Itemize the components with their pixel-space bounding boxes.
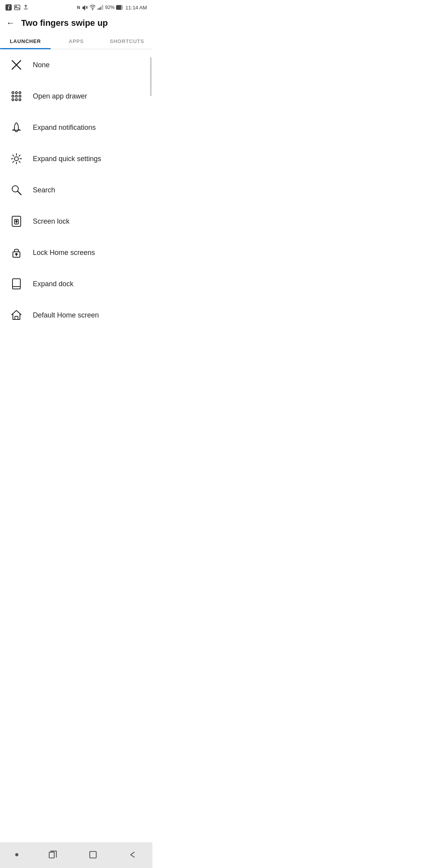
image-icon (14, 4, 20, 11)
x-icon (9, 58, 23, 72)
svg-point-20 (19, 95, 21, 97)
list-item-lock-home-screens[interactable]: Lock Home screens (0, 237, 152, 268)
svg-point-16 (16, 92, 18, 94)
list-item-screen-lock[interactable]: Screen lock (0, 206, 152, 237)
label-expand-notifications: Expand notifications (33, 124, 96, 132)
list-item-open-app-drawer[interactable]: Open app drawer (0, 81, 152, 112)
svg-point-17 (19, 92, 21, 94)
list-item-expand-dock[interactable]: Expand dock (0, 268, 152, 299)
svg-rect-9 (101, 6, 102, 10)
svg-line-26 (18, 191, 21, 195)
svg-rect-7 (99, 8, 100, 10)
wifi-icon (89, 4, 96, 11)
battery-icon (116, 5, 123, 10)
gear-icon (9, 152, 23, 166)
search-icon (9, 183, 23, 197)
nfc-icon: N (77, 5, 80, 10)
svg-rect-10 (102, 5, 103, 10)
svg-point-19 (16, 95, 18, 97)
svg-rect-8 (100, 7, 101, 10)
svg-point-15 (12, 92, 14, 94)
svg-point-21 (12, 99, 14, 101)
list-item-search[interactable]: Search (0, 174, 152, 206)
label-default-home-screen: Default Home screen (33, 311, 99, 319)
list-item-default-home-screen[interactable]: Default Home screen (0, 299, 152, 331)
svg-rect-6 (98, 9, 98, 10)
svg-point-5 (92, 9, 93, 10)
home-icon (9, 308, 23, 322)
status-bar: N 92% 11:14 AM (0, 0, 152, 14)
status-bar-right: N 92% 11:14 AM (77, 4, 147, 11)
svg-rect-34 (13, 279, 20, 289)
tab-launcher[interactable]: LAUNCHER (0, 33, 51, 49)
page-title: Two fingers swipe up (21, 18, 108, 28)
tab-bar: LAUNCHER APPS SHORTCUTS (0, 33, 152, 49)
clock: 11:14 AM (125, 5, 147, 11)
dock-icon (9, 277, 23, 291)
list-item-none[interactable]: None (0, 49, 152, 81)
label-none: None (33, 61, 50, 69)
svg-point-22 (16, 99, 18, 101)
svg-point-18 (12, 95, 14, 97)
signal-icon (97, 4, 104, 11)
label-expand-quick-settings: Expand quick settings (33, 155, 101, 163)
header: ← Two fingers swipe up (0, 14, 152, 33)
svg-point-24 (14, 157, 18, 161)
list-item-expand-notifications[interactable]: Expand notifications (0, 112, 152, 143)
label-lock-home-screens: Lock Home screens (33, 249, 95, 257)
menu-list: None Open app drawer Expa (0, 49, 152, 331)
lock-icon (9, 246, 23, 260)
fb-icon (5, 4, 12, 11)
status-bar-left (5, 4, 29, 11)
mute-icon (82, 4, 88, 11)
svg-rect-36 (15, 316, 18, 319)
bell-icon (9, 120, 23, 135)
list-item-expand-quick-settings[interactable]: Expand quick settings (0, 143, 152, 174)
label-open-app-drawer: Open app drawer (33, 92, 87, 100)
upload-icon (23, 4, 29, 11)
battery-percent: 92% (105, 5, 114, 10)
svg-point-23 (19, 99, 21, 101)
back-button[interactable]: ← (6, 18, 15, 28)
tab-shortcuts[interactable]: SHORTCUTS (102, 33, 152, 49)
screen-lock-icon (9, 214, 23, 228)
svg-rect-12 (117, 6, 121, 9)
grid-icon (9, 89, 23, 103)
label-expand-dock: Expand dock (33, 280, 73, 288)
label-search: Search (33, 186, 55, 194)
tab-apps[interactable]: APPS (51, 33, 102, 49)
label-screen-lock: Screen lock (33, 217, 70, 226)
